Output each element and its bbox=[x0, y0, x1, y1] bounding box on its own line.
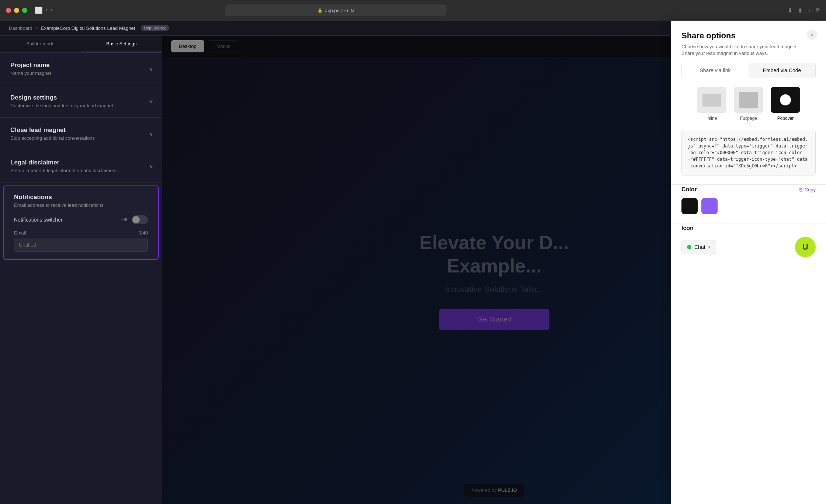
maximize-window-button[interactable] bbox=[22, 8, 27, 13]
email-char-count: 0/40 bbox=[139, 230, 148, 236]
section-title-design: Design settings bbox=[10, 94, 152, 101]
divider-2 bbox=[671, 223, 826, 223]
share-modal: Share options Choose how you would like … bbox=[671, 21, 826, 504]
notifications-switcher-label: Notifications switcher bbox=[14, 217, 63, 223]
embed-icon-box-popover bbox=[771, 87, 800, 113]
embed-label-popover: Popover bbox=[777, 116, 794, 121]
embed-option-popover[interactable]: Popover bbox=[771, 87, 800, 121]
popover-preview-char: U bbox=[802, 242, 808, 252]
chevron-down-icon: ▾ bbox=[708, 245, 711, 250]
section-subtitle-project-name: Name your magnet bbox=[10, 70, 152, 76]
tab-embed-via-code[interactable]: Embed via Code bbox=[749, 63, 815, 78]
section-close-lead-magnet[interactable]: Close lead magnet Stop accepting additio… bbox=[0, 118, 162, 150]
breadcrumb-current: ExampleCorp Digital Solutions Lead Magne… bbox=[41, 25, 135, 31]
toggle-off-label: Off bbox=[121, 217, 127, 222]
new-tab-icon[interactable]: + bbox=[808, 7, 811, 14]
notifications-switcher-row: Notifications switcher Off bbox=[14, 215, 148, 224]
embed-label-inline: Inline bbox=[707, 116, 717, 121]
color-title: Color bbox=[681, 186, 697, 193]
download-icon[interactable]: ⬇ bbox=[788, 7, 792, 14]
minimize-window-button[interactable] bbox=[14, 8, 19, 13]
notifications-subtitle: Email address to receive lead notificati… bbox=[14, 202, 148, 208]
section-title-project-name: Project name bbox=[10, 62, 152, 69]
code-block[interactable]: <script src="https://embed.formless.ai/e… bbox=[681, 130, 816, 175]
section-arrow-close: ∨ bbox=[149, 131, 153, 137]
modal-header: Share options Choose how you would like … bbox=[671, 21, 826, 63]
notifications-toggle[interactable] bbox=[132, 215, 148, 224]
lock-icon: 🔒 bbox=[317, 8, 323, 13]
modal-title: Share options bbox=[681, 31, 816, 41]
section-notifications: Notifications Email address to receive l… bbox=[3, 185, 159, 260]
browser-nav-controls: ⬜ ‹ › bbox=[35, 6, 53, 14]
traffic-lights bbox=[6, 8, 27, 13]
browser-chrome: ⬜ ‹ › 🔒 app.pulz.io ↻ ⬇ ⬆ + ⧉ bbox=[0, 0, 826, 21]
section-title-legal: Legal disclaimer bbox=[10, 159, 152, 166]
copy-button[interactable]: ⎘ Copy bbox=[799, 187, 816, 192]
section-project-name[interactable]: Project name Name your magnet ∨ bbox=[0, 53, 162, 85]
email-label: Email 0/40 bbox=[14, 230, 148, 236]
copy-icon: ⎘ bbox=[799, 187, 802, 192]
color-swatch-purple[interactable] bbox=[701, 198, 718, 214]
email-field-container: Email 0/40 bbox=[14, 230, 148, 252]
section-subtitle-design: Customize the look and feel of your lead… bbox=[10, 103, 152, 108]
address-bar[interactable]: 🔒 app.pulz.io ↻ bbox=[225, 4, 447, 16]
breadcrumb-separator: > bbox=[35, 25, 38, 31]
icon-title: Icon bbox=[681, 225, 816, 232]
color-section: Color ⎘ Copy bbox=[671, 186, 826, 222]
icon-section: Icon Chat ▾ U bbox=[671, 225, 826, 265]
copy-label: Copy bbox=[805, 187, 816, 192]
divider-1 bbox=[671, 184, 826, 185]
modal-close-button[interactable]: × bbox=[807, 29, 817, 40]
modal-subtitle: Choose how you would like to share your … bbox=[681, 44, 816, 57]
share-tabs: Share via link Embed via Code bbox=[681, 63, 816, 78]
color-header: Color ⎘ Copy bbox=[681, 186, 816, 193]
section-arrow-project-name: ∨ bbox=[149, 66, 153, 72]
sidebar-toggle-icon[interactable]: ⬜ bbox=[35, 6, 43, 14]
close-window-button[interactable] bbox=[6, 8, 11, 13]
embed-options: Inline Fullpage Popover bbox=[671, 87, 826, 130]
share-icon[interactable]: ⬆ bbox=[798, 7, 802, 14]
status-badge: Unpublished bbox=[141, 25, 169, 31]
section-subtitle-legal: Set up important legal information and d… bbox=[10, 168, 152, 173]
section-title-close: Close lead magnet bbox=[10, 126, 152, 134]
icon-current-label: Chat bbox=[694, 244, 705, 250]
color-swatch-black[interactable] bbox=[681, 198, 698, 214]
mode-tabs: Builder mode Basic Settings bbox=[0, 36, 162, 53]
tab-share-via-link[interactable]: Share via link bbox=[682, 63, 749, 78]
toggle-knob bbox=[132, 216, 140, 223]
popover-preview: U bbox=[795, 237, 816, 257]
embed-popover-icon bbox=[780, 94, 791, 105]
tab-builder-mode[interactable]: Builder mode bbox=[0, 36, 81, 52]
left-sidebar: Builder mode Basic Settings Project name… bbox=[0, 36, 162, 504]
color-swatches bbox=[681, 198, 816, 214]
icon-dropdown[interactable]: Chat ▾ bbox=[681, 240, 716, 254]
browser-right-controls: ⬇ ⬆ + ⧉ bbox=[788, 7, 820, 14]
icon-row: Chat ▾ U bbox=[681, 237, 816, 257]
section-arrow-design: ∨ bbox=[149, 98, 153, 104]
breadcrumb-home[interactable]: Dashboard bbox=[9, 25, 32, 31]
embed-fullpage-icon bbox=[739, 92, 758, 108]
section-design-settings[interactable]: Design settings Customize the look and f… bbox=[0, 85, 162, 118]
embed-option-inline[interactable]: Inline bbox=[697, 87, 726, 121]
forward-button[interactable]: › bbox=[51, 6, 52, 14]
refresh-icon[interactable]: ↻ bbox=[350, 8, 354, 13]
url-display: app.pulz.io bbox=[325, 8, 348, 13]
section-subtitle-close: Stop accepting additional conversations bbox=[10, 135, 152, 141]
embed-label-fullpage: Fullpage bbox=[740, 116, 757, 121]
section-arrow-legal: ∨ bbox=[149, 163, 153, 169]
notifications-title: Notifications bbox=[14, 194, 148, 201]
section-legal-disclaimer[interactable]: Legal disclaimer Set up important legal … bbox=[0, 150, 162, 183]
tab-basic-settings[interactable]: Basic Settings bbox=[81, 36, 162, 52]
back-button[interactable]: ‹ bbox=[46, 6, 48, 14]
email-input[interactable] bbox=[14, 238, 148, 252]
embed-icon-box-inline bbox=[697, 87, 726, 113]
icon-dot bbox=[687, 245, 691, 249]
embed-inline-icon bbox=[702, 94, 721, 107]
embed-icon-box-fullpage bbox=[734, 87, 763, 113]
embed-option-fullpage[interactable]: Fullpage bbox=[734, 87, 763, 121]
tabs-overview-icon[interactable]: ⧉ bbox=[816, 7, 820, 14]
